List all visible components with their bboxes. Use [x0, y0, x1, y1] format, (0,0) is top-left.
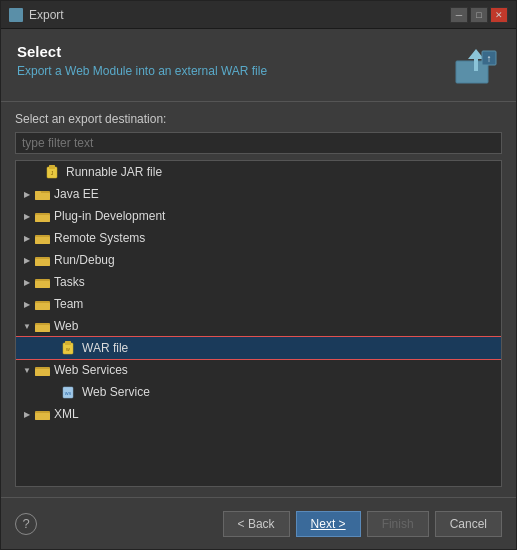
dialog-title: Select — [17, 43, 267, 60]
footer-buttons: < Back Next > Finish Cancel — [223, 511, 502, 537]
jar-icon: J — [46, 165, 62, 179]
arrow-run-debug — [22, 255, 32, 265]
svg-rect-29 — [35, 413, 50, 420]
arrow-team — [22, 299, 32, 309]
folder-web-services — [34, 363, 50, 377]
arrow-web-services — [22, 365, 32, 375]
label-java-ee: Java EE — [54, 187, 99, 201]
tree-item-team[interactable]: Team — [16, 293, 501, 315]
label-team: Team — [54, 297, 83, 311]
filter-input[interactable] — [15, 132, 502, 154]
tree-item-run-debug[interactable]: Run/Debug — [16, 249, 501, 271]
arrow-xml — [22, 409, 32, 419]
war-icon: W — [62, 341, 78, 355]
header-section: Select Export a Web Module into an exter… — [1, 29, 516, 102]
svg-rect-14 — [35, 259, 50, 266]
tree-item-tasks[interactable]: Tasks — [16, 271, 501, 293]
header-text: Select Export a Web Module into an exter… — [17, 43, 267, 78]
svg-rect-20 — [35, 325, 50, 332]
svg-text:WS: WS — [65, 391, 72, 396]
export-window: Export ─ □ ✕ Select Export a Web Module … — [0, 0, 517, 550]
label-remote-systems: Remote Systems — [54, 231, 145, 245]
svg-rect-18 — [35, 303, 50, 310]
arrow-web — [22, 321, 32, 331]
window-icon — [9, 8, 23, 22]
export-icon: ↑ — [452, 43, 500, 87]
close-button[interactable]: ✕ — [490, 7, 508, 23]
svg-rect-22 — [65, 341, 71, 345]
finish-button: Finish — [367, 511, 429, 537]
svg-rect-16 — [35, 281, 50, 288]
label-xml: XML — [54, 407, 79, 421]
tree-item-web-service[interactable]: WS Web Service — [16, 381, 501, 403]
tree-container[interactable]: J Runnable JAR file Java EE — [15, 160, 502, 487]
title-bar: Export ─ □ ✕ — [1, 1, 516, 29]
label-plugin-dev: Plug-in Development — [54, 209, 165, 223]
next-button[interactable]: Next > — [296, 511, 361, 537]
folder-web — [34, 319, 50, 333]
cancel-button[interactable]: Cancel — [435, 511, 502, 537]
arrow-remote-systems — [22, 233, 32, 243]
label-runnable-jar: Runnable JAR file — [66, 165, 162, 179]
ws-icon: WS — [62, 385, 78, 399]
footer-left: ? — [15, 513, 37, 535]
filter-label: Select an export destination: — [15, 112, 502, 126]
tree-item-war-file[interactable]: W WAR file — [16, 337, 501, 359]
tree-item-xml[interactable]: XML — [16, 403, 501, 425]
tree-item-plugin-dev[interactable]: Plug-in Development — [16, 205, 501, 227]
minimize-button[interactable]: ─ — [450, 7, 468, 23]
folder-team — [34, 297, 50, 311]
folder-run-debug — [34, 253, 50, 267]
dialog-subtitle: Export a Web Module into an external WAR… — [17, 64, 267, 78]
dialog-content: Select Export a Web Module into an exter… — [1, 29, 516, 549]
svg-text:↑: ↑ — [487, 53, 492, 64]
title-bar-text: Export — [9, 8, 64, 22]
folder-remote-systems — [34, 231, 50, 245]
main-section: Select an export destination: J Runnable… — [1, 102, 516, 497]
arrow-java-ee — [22, 189, 32, 199]
svg-rect-4 — [49, 165, 55, 169]
label-web: Web — [54, 319, 78, 333]
label-tasks: Tasks — [54, 275, 85, 289]
svg-rect-10 — [35, 215, 50, 222]
back-button[interactable]: < Back — [223, 511, 290, 537]
svg-rect-25 — [35, 369, 50, 376]
arrow-tasks — [22, 277, 32, 287]
title-bar-controls: ─ □ ✕ — [450, 7, 508, 23]
folder-plugin-dev — [34, 209, 50, 223]
arrow-plugin-dev — [22, 211, 32, 221]
maximize-button[interactable]: □ — [470, 7, 488, 23]
tree-item-web[interactable]: Web — [16, 315, 501, 337]
folder-java-ee — [34, 187, 50, 201]
tree-item-runnable-jar[interactable]: J Runnable JAR file — [16, 161, 501, 183]
svg-text:W: W — [66, 347, 70, 352]
label-web-service: Web Service — [82, 385, 150, 399]
svg-rect-12 — [35, 237, 50, 244]
tree-item-remote-systems[interactable]: Remote Systems — [16, 227, 501, 249]
tree-item-web-services[interactable]: Web Services — [16, 359, 501, 381]
label-web-services: Web Services — [54, 363, 128, 377]
label-war-file: WAR file — [82, 341, 128, 355]
tree-item-java-ee[interactable]: Java EE — [16, 183, 501, 205]
footer-section: ? < Back Next > Finish Cancel — [1, 497, 516, 549]
folder-xml — [34, 407, 50, 421]
folder-tasks — [34, 275, 50, 289]
window-title: Export — [29, 8, 64, 22]
help-button[interactable]: ? — [15, 513, 37, 535]
svg-rect-8 — [35, 193, 50, 200]
label-run-debug: Run/Debug — [54, 253, 115, 267]
